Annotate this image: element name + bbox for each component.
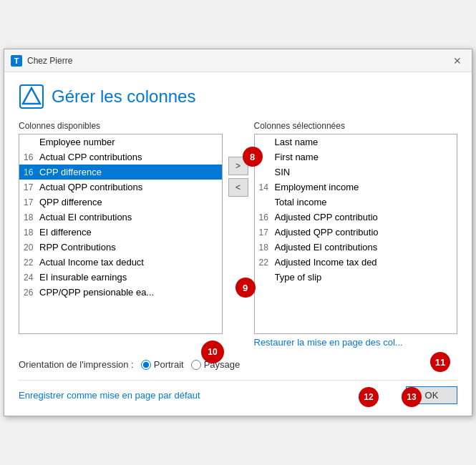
- right-column-section: Colonnes sélectionnées Last name First n…: [254, 121, 458, 348]
- list-item[interactable]: Last name: [255, 134, 457, 150]
- svg-text:T: T: [14, 57, 19, 65]
- close-button[interactable]: ✕: [449, 52, 466, 69]
- list-item[interactable]: 24 EI insurable earnings: [19, 270, 222, 285]
- title-bar-text: Chez Pierre: [27, 56, 449, 66]
- dialog-content: Gérer les colonnes Colonnes disponibles …: [4, 72, 472, 416]
- list-item[interactable]: 16 Adjusted CPP contributio: [255, 210, 457, 225]
- list-item[interactable]: SIN: [255, 165, 457, 180]
- restore-link[interactable]: Restaurer la mise en page des col...: [254, 337, 458, 348]
- portrait-label: Portrait: [154, 359, 184, 370]
- badge-12: 12: [359, 387, 379, 407]
- list-item[interactable]: 22 Adjusted Income tax ded: [255, 255, 457, 270]
- main-window: T Chez Pierre ✕ Gérer les colonnes Colon…: [4, 49, 472, 416]
- right-column-label: Colonnes sélectionnées: [254, 121, 458, 131]
- dialog-title: Gérer les colonnes: [52, 87, 195, 107]
- list-item[interactable]: 18 EI difference: [19, 225, 222, 240]
- title-bar: T Chez Pierre ✕: [4, 49, 472, 72]
- badge-13: 13: [402, 387, 422, 407]
- list-item[interactable]: 18 Actual EI contributions: [19, 210, 222, 225]
- list-item[interactable]: 17 QPP difference: [19, 195, 222, 210]
- badge-11: 11: [430, 352, 450, 372]
- right-list-inner[interactable]: Last name First name SIN 14: [255, 134, 457, 333]
- app-icon: T: [10, 54, 23, 67]
- list-item[interactable]: 17 Adjusted QPP contributio: [255, 225, 457, 240]
- save-default-link[interactable]: Enregistrer comme mise en page par défau…: [19, 390, 406, 401]
- move-left-button[interactable]: <: [228, 178, 248, 197]
- right-list-box[interactable]: Last name First name SIN 14: [254, 134, 458, 334]
- list-item[interactable]: 22 Actual Income tax deduct: [19, 255, 222, 270]
- badge-10: 10: [201, 341, 224, 363]
- header-icon: [19, 84, 44, 109]
- list-item[interactable]: 17 Actual QPP contributions: [19, 180, 222, 195]
- left-list-box[interactable]: Employee number 16 Actual CPP contributi…: [19, 134, 223, 334]
- left-column-label: Colonnes disponibles: [19, 121, 223, 131]
- svg-marker-3: [23, 88, 40, 104]
- badge-8: 8: [243, 147, 263, 167]
- list-item[interactable]: 14 Employment income: [255, 180, 457, 195]
- left-column-section: Colonnes disponibles Employee number 16 …: [19, 121, 223, 348]
- columns-container: Colonnes disponibles Employee number 16 …: [19, 121, 457, 348]
- portrait-option[interactable]: Portrait: [141, 359, 184, 370]
- list-item[interactable]: 16 Actual CPP contributions: [19, 150, 222, 165]
- list-item-selected[interactable]: 16 CPP difference: [19, 165, 222, 180]
- orientation-row: Orientation de l'impression : Portrait P…: [19, 359, 457, 370]
- paysage-radio[interactable]: [191, 360, 201, 370]
- list-item[interactable]: First name: [255, 150, 457, 165]
- list-item[interactable]: 26 CPP/QPP pensionable ea...: [19, 285, 222, 300]
- list-item[interactable]: Type of slip: [255, 270, 457, 285]
- middle-buttons: > 8 < 9: [228, 121, 248, 348]
- orientation-label: Orientation de l'impression :: [19, 359, 134, 370]
- bottom-row: Enregistrer comme mise en page par défau…: [19, 380, 457, 404]
- list-item[interactable]: Employee number: [19, 134, 222, 150]
- badge-9: 9: [235, 278, 256, 298]
- list-item[interactable]: Total income: [255, 195, 457, 210]
- list-item[interactable]: 20 RPP Contributions: [19, 240, 222, 255]
- list-item[interactable]: 18 Adjusted EI contributions: [255, 240, 457, 255]
- portrait-radio[interactable]: [141, 360, 151, 370]
- header-row: Gérer les colonnes: [19, 84, 457, 109]
